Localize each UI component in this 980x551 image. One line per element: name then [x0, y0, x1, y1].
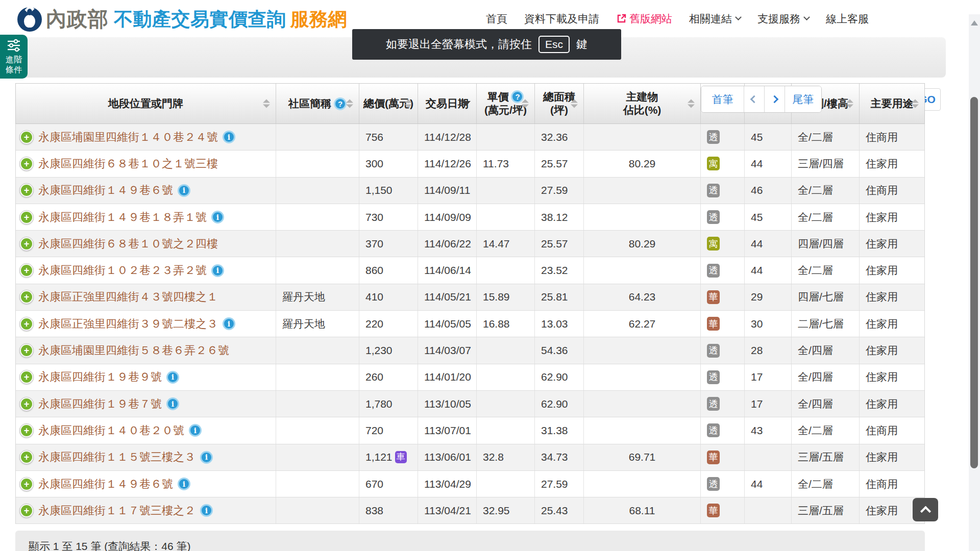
total-price-cell: 1,230	[359, 337, 418, 363]
address-link[interactable]: 永康區四維街１９巷９號	[38, 369, 162, 385]
expand-row-icon[interactable]: +	[19, 343, 34, 358]
scroll-up-icon[interactable]	[971, 20, 978, 26]
scrollbar-thumb[interactable]	[970, 97, 978, 468]
col-header-unit-price[interactable]: 單價? (萬元/坪)	[477, 84, 535, 123]
col-header-main-ratio[interactable]: 主建物 佔比(%)	[584, 84, 701, 123]
sort-icon[interactable]	[846, 99, 853, 108]
expand-row-icon[interactable]: +	[19, 317, 34, 331]
sort-icon[interactable]	[522, 99, 529, 108]
info-icon[interactable]: i	[166, 397, 179, 410]
sort-icon[interactable]	[263, 99, 270, 108]
sort-icon[interactable]	[571, 99, 578, 108]
address-link[interactable]: 永康區正強里四維街４３號四樓之１	[38, 289, 218, 305]
col-header-usage[interactable]: 主要用途	[860, 84, 924, 123]
info-icon[interactable]: i	[223, 131, 235, 143]
expand-row-icon[interactable]: +	[19, 397, 34, 411]
expand-row-icon[interactable]: +	[19, 210, 34, 224]
info-icon[interactable]: i	[211, 211, 224, 223]
usage-cell: 住家用	[860, 337, 924, 363]
address-link[interactable]: 永康區埔園里四維街１４０巷２４號	[38, 130, 218, 145]
col-header-location[interactable]: 地段位置或門牌	[16, 84, 276, 123]
address-link[interactable]: 永康區四維街１９巷７號	[38, 396, 162, 412]
nav-related-links[interactable]: 相關連結	[689, 12, 741, 26]
expand-row-icon[interactable]: +	[19, 477, 34, 491]
table-row: +永康區埔園里四維街１４０巷２４號i756114/12/2832.36透45全/…	[16, 124, 924, 151]
info-icon[interactable]: i	[178, 184, 190, 197]
floor-cell: 三層/五層	[792, 444, 860, 470]
info-icon[interactable]: i	[166, 371, 179, 384]
address-link[interactable]: 永康區四維街１４９巷６號	[38, 477, 173, 492]
prev-page-button[interactable]	[744, 86, 765, 112]
total-area-cell: 25.57	[535, 151, 584, 177]
sort-icon[interactable]	[912, 99, 919, 108]
date-cell: 114/01/20	[418, 364, 477, 390]
col-header-date[interactable]: 交易日期	[418, 84, 477, 123]
col-header-total-area[interactable]: 總面積 (坪)	[535, 84, 584, 123]
table-row: +永康區四維街１１７號三樓之２i838113/04/2132.9525.4368…	[16, 497, 924, 524]
vertical-scrollbar[interactable]	[969, 14, 980, 551]
address-link[interactable]: 永康區四維街１４０巷２０號	[38, 423, 184, 438]
expand-row-icon[interactable]: +	[19, 504, 34, 518]
info-icon[interactable]: i	[178, 478, 190, 490]
info-icon[interactable]: i	[211, 264, 224, 277]
expand-row-icon[interactable]: +	[19, 450, 34, 464]
sort-icon[interactable]	[688, 99, 695, 108]
address-link[interactable]: 永康區埔園里四維街５８巷６弄２６號	[38, 343, 229, 358]
next-page-button[interactable]	[765, 86, 785, 112]
usage-cell: 住商用	[860, 124, 924, 150]
advanced-filter-button[interactable]: 進階條件	[0, 35, 28, 79]
floor-cell: 全/二層	[792, 257, 860, 283]
expand-row-icon[interactable]: +	[19, 237, 34, 251]
address-link[interactable]: 永康區四維街１１５號三樓之３	[38, 449, 195, 465]
sort-desc-icon[interactable]	[461, 101, 471, 106]
info-icon[interactable]: i	[189, 424, 202, 437]
address-link[interactable]: 永康區四維街１０２巷２３弄２號	[38, 263, 207, 278]
total-area-cell: 54.36	[535, 337, 584, 363]
chevron-up-icon	[920, 506, 930, 516]
date-cell: 113/10/05	[418, 391, 477, 417]
nav-old-site[interactable]: 舊版網站	[616, 12, 672, 26]
info-icon[interactable]: i	[200, 504, 213, 517]
expand-row-icon[interactable]: +	[19, 157, 34, 171]
site-logo[interactable]: 內政部 不動產交易實價查詢 服務網	[17, 5, 347, 33]
main-ratio-cell: 80.29	[584, 151, 701, 177]
nav-online-service[interactable]: 線上客服	[826, 12, 869, 26]
floor-cell: 三層/四層	[792, 151, 860, 177]
main-ratio-cell	[584, 364, 701, 390]
col-header-total-price[interactable]: 總價(萬元)	[359, 84, 418, 123]
sort-icon[interactable]	[346, 99, 353, 108]
nav-downloads[interactable]: 資料下載及申請	[524, 12, 599, 26]
nav-support[interactable]: 支援服務	[757, 12, 809, 26]
total-price-cell: 1,780	[359, 391, 418, 417]
expand-row-icon[interactable]: +	[19, 263, 34, 278]
table-row: +永康區四維街１４９巷６號i1,150114/09/1127.59透46全/二層…	[16, 178, 924, 204]
address-link[interactable]: 永康區正強里四維街３９號二樓之３	[38, 316, 218, 332]
expand-row-icon[interactable]: +	[19, 370, 34, 384]
address-link[interactable]: 永康區四維街１１７號三樓之２	[38, 503, 195, 518]
address-link[interactable]: 永康區四維街６８巷１０號之２四樓	[38, 236, 218, 252]
expand-row-icon[interactable]: +	[19, 290, 34, 304]
advanced-filter-label: 進階條件	[6, 55, 22, 74]
expand-row-icon[interactable]: +	[19, 130, 34, 144]
first-page-button[interactable]: 首筆	[701, 86, 744, 112]
col-header-community[interactable]: 社區簡稱 ?	[276, 84, 359, 123]
expand-row-icon[interactable]: +	[19, 423, 34, 438]
back-to-top-button[interactable]	[913, 498, 938, 521]
address-link[interactable]: 永康區四維街６８巷１０之１號三樓	[38, 156, 218, 171]
location-cell: +永康區四維街６８巷１０號之２四樓	[16, 231, 276, 257]
unit-price-cell	[477, 391, 535, 417]
help-icon[interactable]: ?	[334, 97, 347, 110]
sort-icon[interactable]	[405, 99, 412, 108]
floor-cell: 全/四層	[792, 337, 860, 363]
nav-home[interactable]: 首頁	[486, 12, 507, 26]
address-link[interactable]: 永康區四維街１４９巷６號	[38, 183, 173, 198]
total-price-cell: 1,121車	[359, 444, 418, 470]
last-page-button[interactable]: 尾筆	[785, 86, 821, 112]
type-cell: 透	[701, 471, 745, 497]
expand-row-icon[interactable]: +	[19, 183, 34, 197]
info-icon[interactable]: i	[223, 317, 235, 330]
usage-cell: 住商用	[860, 178, 924, 204]
info-icon[interactable]: i	[200, 451, 213, 464]
total-price-cell: 260	[359, 364, 418, 390]
address-link[interactable]: 永康區四維街１４９巷１８弄１號	[38, 210, 207, 225]
